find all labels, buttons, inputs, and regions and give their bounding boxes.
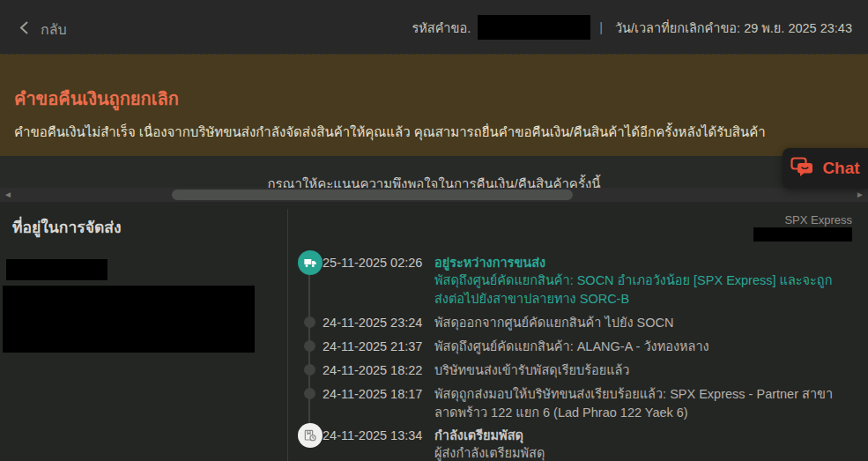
event-date: 24-11-2025 21:37 bbox=[323, 338, 434, 356]
chat-bubble-icon bbox=[790, 157, 814, 181]
cancel-date-value: 29 พ.ย. 2025 23:43 bbox=[744, 21, 852, 35]
event-detail: ผู้ส่งกำลังเตรียมพัสดุ bbox=[434, 444, 842, 461]
event-status: กำลังเตรียมพัสดุ bbox=[434, 427, 842, 444]
event-date: 24-11-2025 13:34 bbox=[323, 427, 434, 461]
tracking-event: 24-11-2025 21:37 พัสดุถึงศูนย์คัดแยกสินค… bbox=[297, 338, 842, 356]
timeline-dot-icon bbox=[304, 388, 315, 399]
package-icon bbox=[298, 423, 323, 448]
timeline-dot-icon bbox=[304, 364, 315, 375]
cancelled-refund-page: กลับ รหัสคำขอ. | วัน/เวลาที่ยกเลิกคำขอ: … bbox=[0, 0, 868, 461]
redacted-address bbox=[3, 286, 255, 353]
event-detail: พัสดุออกจากศูนย์คัดแยกสินค้า ไปยัง SOCN bbox=[434, 314, 842, 332]
tracking-event: 24-11-2025 23:24 พัสดุออกจากศูนย์คัดแยกส… bbox=[297, 314, 842, 332]
vertical-divider bbox=[287, 209, 288, 461]
tracking-event: 24-11-2025 18:17 พัสดุถูกส่งมอบให้บริษัท… bbox=[297, 385, 842, 422]
refund-cancelled-banner: คำขอคืนเงินถูกยกเลิก คำขอคืนเงินไม่สำเร็… bbox=[0, 55, 868, 156]
chat-button[interactable]: Chat bbox=[783, 148, 868, 189]
top-bar: กลับ รหัสคำขอ. | วัน/เวลาที่ยกเลิกคำขอ: … bbox=[0, 0, 868, 55]
request-meta: รหัสคำขอ. | วัน/เวลาที่ยกเลิกคำขอ: 29 พ.… bbox=[412, 13, 852, 41]
event-detail: พัสดุถูกส่งมอบให้บริษัทขนส่งเรียบร้อยแล้… bbox=[434, 385, 842, 422]
scroll-right-arrow-icon[interactable]: ► bbox=[856, 188, 864, 202]
tracking-event: 25-11-2025 02:26 อยู่ระหว่างการขนส่ง พัส… bbox=[297, 254, 842, 309]
timeline-dot-icon bbox=[304, 340, 315, 352]
event-detail: บริษัทขนส่งเข้ารับพัสดุเรียบร้อยแล้ว bbox=[434, 361, 842, 380]
request-code-label: รหัสคำขอ. bbox=[412, 18, 471, 38]
event-detail: พัสดุถึงศูนย์คัดแยกสินค้า: ALANG-A - วัง… bbox=[434, 338, 842, 356]
event-date: 24-11-2025 18:17 bbox=[323, 385, 434, 422]
horizontal-scrollbar[interactable]: ◄ ► bbox=[0, 188, 868, 202]
cancel-date-label: วัน/เวลาที่ยกเลิกคำขอ: bbox=[615, 21, 740, 35]
back-button[interactable]: กลับ bbox=[19, 19, 67, 41]
event-detail: พัสดุถึงศูนย์คัดแยกสินค้า: SOCN อำเภอวัง… bbox=[434, 271, 842, 309]
event-date: 24-11-2025 23:24 bbox=[323, 314, 434, 332]
courier-name: SPX Express bbox=[784, 213, 852, 227]
cancel-date: วัน/เวลาที่ยกเลิกคำขอ: 29 พ.ย. 2025 23:4… bbox=[615, 18, 852, 38]
truck-icon bbox=[298, 250, 323, 275]
redacted-request-code bbox=[478, 15, 590, 40]
tracking-event: 24-11-2025 13:34 กำลังเตรียมพัสดุ ผู้ส่ง… bbox=[297, 427, 842, 461]
scrollbar-thumb[interactable] bbox=[172, 190, 573, 200]
back-label: กลับ bbox=[41, 19, 67, 41]
redacted-tracking-number bbox=[753, 227, 852, 242]
shipping-section: ที่อยู่ในการจัดส่ง SPX Express 25-11-202… bbox=[0, 202, 868, 461]
survey-strip: กรุณาให้คะแนนความพึงพอใจในการคืนเงิน/คืน… bbox=[0, 156, 868, 188]
timeline-dot-icon bbox=[304, 316, 315, 328]
shipping-address-heading: ที่อยู่ในการจัดส่ง bbox=[12, 215, 121, 240]
scroll-left-arrow-icon[interactable]: ◄ bbox=[4, 188, 12, 202]
event-date: 25-11-2025 02:26 bbox=[323, 254, 434, 309]
survey-link[interactable]: กรุณาให้คะแนนความพึงพอใจในการคืนเงิน/คืน… bbox=[0, 174, 868, 188]
event-status: อยู่ระหว่างการขนส่ง bbox=[434, 254, 842, 271]
tracking-event: 24-11-2025 18:22 บริษัทขนส่งเข้ารับพัสดุ… bbox=[297, 361, 842, 380]
chat-label: Chat bbox=[822, 159, 859, 178]
chevron-left-icon bbox=[19, 20, 29, 39]
banner-title: คำขอคืนเงินถูกยกเลิก bbox=[14, 85, 179, 113]
redacted-recipient-name bbox=[6, 259, 108, 280]
banner-description: คำขอคืนเงินไม่สำเร็จ เนื่องจากบริษัทขนส่… bbox=[14, 122, 850, 143]
event-date: 24-11-2025 18:22 bbox=[323, 361, 434, 380]
meta-separator: | bbox=[599, 20, 603, 34]
